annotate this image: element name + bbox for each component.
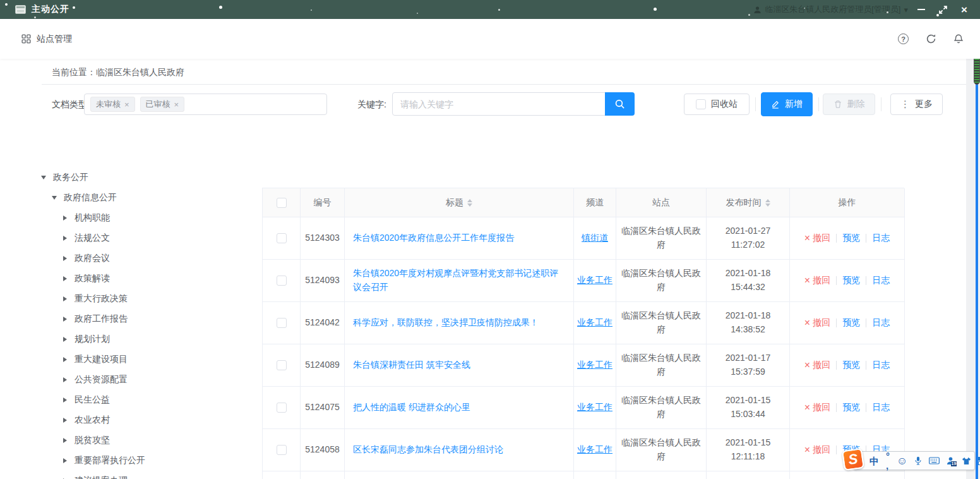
tree-item-label[interactable]: 公共资源配置 [75,374,128,385]
channel-link[interactable]: 业务工作 [577,443,612,457]
preview-button[interactable]: 预览 [842,316,860,330]
tree-caret-icon[interactable] [63,377,67,382]
doc-type-select[interactable]: 未审核 × 已审核 × [84,94,327,115]
tree-item[interactable]: 机构职能 [42,208,250,228]
column-header-title[interactable]: 标题 [345,188,574,217]
log-button[interactable]: 日志 [872,231,890,245]
tree-item-label[interactable]: 农业农村 [75,415,110,426]
tree-item-label[interactable]: 政务公开 [53,172,88,183]
tree-caret-icon[interactable] [63,317,67,322]
tree-caret-icon[interactable] [63,276,67,281]
withdraw-button[interactable]: × 撤回 [804,401,830,415]
tree-item[interactable]: 重大行政决策 [42,289,250,309]
ime-skin-icon[interactable] [962,457,971,465]
tree-caret-icon[interactable] [63,397,67,403]
tree-item[interactable]: 政府会议 [42,248,250,269]
tag-close-icon[interactable]: × [124,100,129,109]
tree-item-label[interactable]: 法规公文 [75,233,110,244]
tree-caret-icon[interactable] [63,337,67,342]
withdraw-button[interactable]: × 撤回 [804,443,830,457]
tree-caret-icon[interactable] [41,176,46,179]
log-button[interactable]: 日志 [872,401,890,415]
help-button[interactable]: ? [898,33,909,44]
tree-item[interactable]: 公共资源配置 [42,370,250,390]
tree-caret-icon[interactable] [63,357,67,362]
doc-title-link[interactable]: 朱台镇2020年度对村观摩点评暨村党支部书记述职评议会召开 [353,267,565,294]
tree-item[interactable]: 政策解读 [42,269,250,289]
channel-link[interactable]: 镇街道 [582,231,608,245]
ime-keyboard-icon[interactable] [929,457,940,464]
tree-caret-icon[interactable] [63,296,67,301]
tree-item-label[interactable]: 政策解读 [75,273,110,284]
doc-title-link[interactable]: 科学应对，联防联控，坚决捍卫疫情防控成果！ [353,316,539,330]
preview-button[interactable]: 预览 [842,231,860,245]
delete-button[interactable]: 删除 [823,94,875,115]
ime-emoji-icon[interactable]: ☺ [897,456,907,466]
sogou-logo-icon[interactable]: S [842,448,864,471]
ime-microphone-icon[interactable] [914,456,922,466]
tree-item-label[interactable]: 规划计划 [75,334,110,345]
more-button[interactable]: ⋮ 更多 [890,94,943,115]
search-button[interactable] [605,92,635,116]
scrollbar-thumb[interactable] [974,56,980,85]
recycle-bin-checkbox[interactable] [696,99,706,109]
tree-item[interactable]: 政府工作报告 [42,309,250,329]
withdraw-button[interactable]: × 撤回 [804,358,830,372]
row-checkbox[interactable] [277,445,287,455]
doc-title-link[interactable]: 区长宋磊同志参加朱台代表团分组讨论 [353,443,503,457]
tree-caret-icon[interactable] [63,418,67,423]
tree-item-label[interactable]: 重大行政决策 [75,293,128,305]
row-checkbox[interactable] [277,403,287,413]
minimize-button[interactable] [912,1,931,18]
channel-link[interactable]: 业务工作 [577,274,612,288]
withdraw-button[interactable]: × 撤回 [804,231,830,245]
tree-item[interactable]: 政府信息公开 [42,188,250,208]
select-all-checkbox[interactable] [277,198,287,208]
preview-button[interactable]: 预览 [842,274,860,288]
tree-item[interactable]: 民生公益 [42,390,250,410]
withdraw-button[interactable]: × 撤回 [804,274,830,288]
tree-item-label[interactable]: 脱贫攻坚 [75,435,110,446]
tree-item[interactable]: 建议提案办理 [42,471,250,479]
row-checkbox[interactable] [277,360,287,370]
recycle-bin-button[interactable]: 回收站 [684,94,750,115]
tree-caret-icon[interactable] [63,438,67,443]
scrollbar-track[interactable] [976,59,978,479]
add-button[interactable]: 新增 [761,92,813,116]
notifications-button[interactable] [953,33,964,44]
tree-item[interactable]: 政务公开 [42,167,250,188]
tree-item-label[interactable]: 建议提案办理 [75,475,128,479]
doc-title-link[interactable]: 把人性的温暖 织进群众的心里 [353,401,470,415]
tree-item-label[interactable]: 民生公益 [75,394,110,406]
tree-item[interactable]: 法规公文 [42,228,250,248]
keyword-input[interactable] [392,92,606,116]
tree-item[interactable]: 脱贫攻坚 [42,430,250,451]
log-button[interactable]: 日志 [872,316,890,330]
channel-link[interactable]: 业务工作 [577,358,612,372]
log-button[interactable]: 日志 [872,358,890,372]
tree-item-label[interactable]: 政府信息公开 [64,192,117,203]
tree-item[interactable]: 规划计划 [42,329,250,349]
tree-item-label[interactable]: 重大建设项目 [75,354,128,365]
preview-button[interactable]: 预览 [842,358,860,372]
row-checkbox[interactable] [277,233,287,243]
withdraw-button[interactable]: × 撤回 [804,316,830,330]
column-header-publish-time[interactable]: 发布时间 [707,188,790,217]
log-button[interactable]: 日志 [872,274,890,288]
tree-caret-icon[interactable] [63,215,67,221]
row-checkbox[interactable] [277,276,287,286]
tree-item-label[interactable]: 重要部署执行公开 [75,455,145,466]
preview-button[interactable]: 预览 [842,401,860,415]
doc-title-link[interactable]: 朱台镇深耕责任田 筑牢安全线 [353,358,470,372]
close-button[interactable]: × [955,1,974,18]
tree-caret-icon[interactable] [52,196,57,200]
sort-icon[interactable] [467,199,472,207]
ime-language-mode[interactable]: 中 [869,456,879,466]
tree-item-label[interactable]: 政府会议 [75,253,110,264]
tree-caret-icon[interactable] [63,458,67,463]
channel-link[interactable]: 业务工作 [577,316,612,330]
tree-item[interactable]: 重要部署执行公开 [42,451,250,471]
tree-caret-icon[interactable] [63,236,67,241]
sort-icon[interactable] [765,199,770,207]
ime-punctuation-toggle[interactable]: °‚ [886,451,890,470]
